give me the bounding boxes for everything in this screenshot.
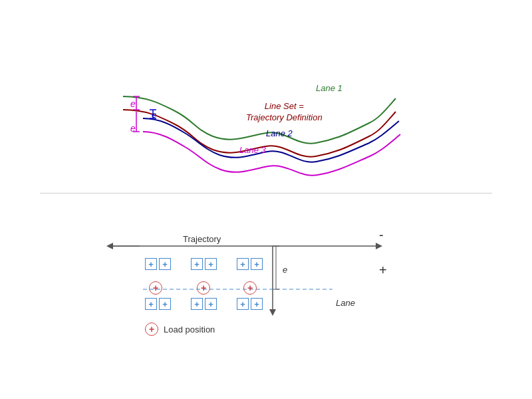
lineset-line1: Line Set = (265, 101, 304, 111)
load-pos-1: + (149, 281, 162, 295)
top-diagram: Lane 1 Line Set = Trajectory Definition … (0, 0, 532, 193)
trajectory-label: Trajectory (183, 234, 221, 244)
lineset-line2: Trajectory Definition (246, 112, 323, 122)
circle-plus-icon: + (149, 281, 162, 295)
e-label-inner: e (152, 110, 156, 120)
lane2-label: Lane 2 (266, 128, 293, 138)
plus-box: + (237, 298, 249, 310)
e-label-bottom: e (130, 123, 136, 134)
load-position-icon: + (145, 323, 158, 336)
plus-label: + (379, 263, 387, 278)
lane-bottom-label: Lane (336, 298, 355, 308)
plus-box: + (159, 258, 171, 270)
box-group-top-1: + + (145, 258, 171, 270)
plus-box: + (191, 258, 203, 270)
plus-box: + (145, 258, 157, 270)
plus-box: + (159, 298, 171, 310)
minus-label: - (379, 227, 384, 243)
plus-box: + (251, 258, 263, 270)
box-group-bot-1: + + (145, 298, 171, 310)
box-group-bot-3: + + (237, 298, 263, 310)
load-pos-2: + (197, 281, 210, 295)
bottom-diagram: Trajectory e Lane - + + + + + + + + + + … (0, 200, 532, 399)
section-divider (40, 193, 492, 194)
load-pos-3: + (243, 281, 257, 295)
circle-plus-icon: + (197, 281, 210, 295)
load-position-text: Load position (164, 325, 215, 334)
e-bottom-label: e (283, 265, 287, 275)
plus-box: + (191, 298, 203, 310)
e-label-top: e (130, 98, 136, 109)
circle-plus-icon: + (243, 281, 257, 295)
svg-marker-13 (269, 309, 276, 316)
plus-box: + (205, 258, 217, 270)
plus-box: + (145, 298, 157, 310)
box-group-bot-2: + + (191, 298, 217, 310)
plus-box: + (205, 298, 217, 310)
lane3-label: Lane 3 (239, 145, 266, 155)
svg-marker-9 (376, 243, 382, 249)
plus-box: + (237, 258, 249, 270)
plus-box: + (251, 298, 263, 310)
lineset-label: Line Set = Trajectory Definition (246, 101, 323, 124)
load-position-legend: + Load position (145, 323, 215, 336)
lane1-label: Lane 1 (316, 83, 342, 93)
box-group-top-2: + + (191, 258, 217, 270)
svg-marker-11 (106, 243, 113, 249)
box-group-top-3: + + (237, 258, 263, 270)
